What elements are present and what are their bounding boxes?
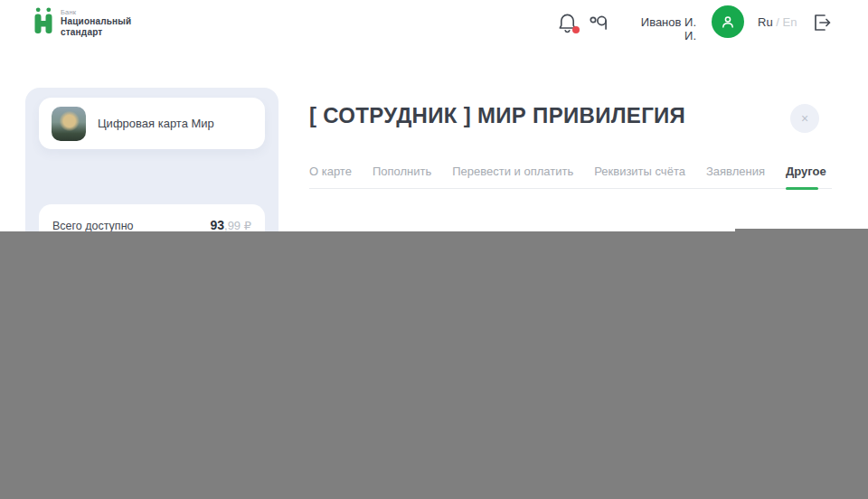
key-icon (588, 13, 611, 33)
tab-o-karte[interactable]: О карте (309, 165, 352, 178)
digital-card-art (52, 107, 86, 141)
security-key-button[interactable] (588, 13, 611, 33)
bank-logo-icon (33, 7, 54, 33)
bank-logo-line1: Национальный (61, 16, 131, 27)
total-available-fraction: ,99 ₽ (224, 219, 251, 232)
bank-logo-text: Банк Национальный стандарт (61, 7, 131, 38)
notifications-button[interactable] (557, 9, 580, 36)
gray-overlay-right (735, 229, 868, 499)
bank-logo-pre: Банк (61, 8, 131, 16)
total-available-whole: 93 (210, 218, 224, 232)
tab-drugoe[interactable]: Другое (786, 165, 826, 178)
total-available-label: Всего доступно (52, 220, 133, 232)
language-divider: / (773, 15, 783, 29)
person-icon (719, 13, 737, 31)
tab-perevesti-i-oplatit[interactable]: Перевести и оплатить (452, 165, 573, 178)
profile-avatar-button[interactable] (712, 5, 744, 38)
digital-card-label: Цифровая карта Мир (98, 117, 214, 130)
close-button[interactable]: × (790, 104, 819, 133)
top-header: Банк Национальный стандарт (0, 0, 868, 43)
language-alternate[interactable]: En (782, 15, 797, 29)
notification-badge (572, 26, 580, 33)
total-available-row: Всего доступно 93,99 ₽ (39, 204, 265, 233)
language-switcher[interactable]: Ru / En (758, 15, 797, 29)
digital-card-item[interactable]: Цифровая карта Мир (39, 98, 265, 149)
tab-zayavleniya[interactable]: Заявления (706, 165, 765, 178)
bank-logo[interactable]: Банк Национальный стандарт (33, 7, 131, 38)
tab-rekvizity-scheta[interactable]: Реквизиты счёта (594, 165, 685, 178)
tab-popolnit[interactable]: Пополнить (373, 165, 431, 178)
user-name: Иванов И. И. (628, 15, 696, 42)
page-title: [ СОТРУДНИК ] МИР ПРИВИЛЕГИЯ (309, 103, 685, 128)
page: Банк Национальный стандарт (0, 0, 868, 499)
language-current[interactable]: Ru (758, 15, 773, 29)
card-tabs: О карте Пополнить Перевести и оплатить Р… (309, 165, 832, 189)
logout-button[interactable] (811, 12, 833, 33)
logout-icon (811, 12, 833, 33)
bank-logo-line2: стандарт (61, 27, 131, 38)
close-icon: × (801, 111, 808, 126)
gray-overlay-left (0, 231, 735, 499)
